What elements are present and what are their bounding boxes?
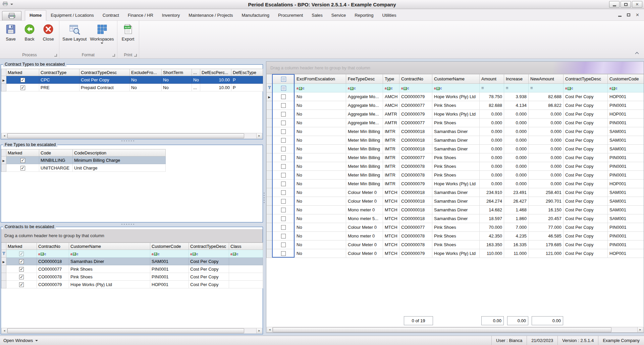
checkbox[interactable] <box>281 234 286 238</box>
excl-checkbox-cell[interactable] <box>272 249 295 258</box>
marked-cell[interactable] <box>6 164 39 172</box>
table-row[interactable]: NoMono meter 0MTCHCO0000018Samanthas Din… <box>267 206 644 214</box>
escalations-hscrollbar[interactable]: ◄ ► <box>267 327 643 333</box>
filter-abc-icon[interactable]: aBc <box>38 253 46 256</box>
marked-cell[interactable] <box>6 156 39 164</box>
tab-reporting[interactable]: Reporting <box>350 10 378 20</box>
table-row[interactable]: NoMeter Min BillingIMTRCO0000078Pink Sho… <box>267 171 644 180</box>
excl-checkbox-cell[interactable] <box>272 119 295 127</box>
column-header-contracttypedesc[interactable]: ContractTypeDesc <box>189 243 229 250</box>
checkbox[interactable] <box>20 85 25 90</box>
filter-cell[interactable] <box>272 84 295 92</box>
column-header-contractno[interactable]: ContractNo <box>37 243 69 250</box>
table-row[interactable]: NoMeter Min BillingIMTRCO0000077Pink Sho… <box>267 153 644 162</box>
excl-checkbox-cell[interactable] <box>272 92 295 101</box>
column-header-marked[interactable]: Marked <box>6 243 37 250</box>
excl-checkbox-cell[interactable] <box>272 223 295 232</box>
table-row[interactable]: NoColour Meter 0MTCHCO0000079Hope Works … <box>267 249 644 258</box>
filter-cell[interactable]: aBc <box>295 84 346 92</box>
column-header-shortterm[interactable]: ShortTerm <box>162 69 192 76</box>
table-row[interactable]: CO0000078Pink ShoesPIN0001Cost Per Copy <box>1 273 263 281</box>
scroll-thumb[interactable] <box>273 327 611 332</box>
column-header-class[interactable]: Class <box>229 243 263 250</box>
checkbox[interactable] <box>281 208 286 212</box>
column-header-exclfromescalation[interactable]: ExclFromEscalation <box>295 74 346 84</box>
filter-equals-icon[interactable]: = <box>506 85 508 90</box>
excl-checkbox-cell[interactable] <box>272 162 295 171</box>
dialog-launcher-icon[interactable] <box>54 54 57 57</box>
checkbox[interactable] <box>19 282 24 287</box>
column-header-amount[interactable]: Amount <box>480 74 504 84</box>
checkbox[interactable] <box>19 259 24 264</box>
marked-cell[interactable] <box>6 258 37 265</box>
checkbox[interactable] <box>281 121 286 125</box>
column-header-defesctype[interactable]: DefEscType <box>231 69 263 76</box>
table-row[interactable]: NoMeter Min BillingIMTRCO0000079Hope Wor… <box>267 180 644 188</box>
column-header-customercode[interactable]: CustomerCode <box>150 243 189 250</box>
table-row[interactable]: CO0000079Hope Works (Pty) LtdHOP001Cost … <box>1 281 263 288</box>
scroll-thumb[interactable] <box>7 328 244 333</box>
column-header-feetypedesc[interactable]: FeeTypeDesc <box>346 74 383 84</box>
checkbox[interactable] <box>281 190 286 195</box>
checkbox[interactable] <box>20 158 25 163</box>
column-header-customername[interactable]: CustomerName <box>432 74 480 84</box>
column-header-contracttypedesc[interactable]: ContractTypeDesc <box>79 69 130 76</box>
filter-abc-icon[interactable]: aBc <box>348 87 356 90</box>
filter-cell[interactable]: aBc <box>383 84 399 92</box>
minimize-button[interactable] <box>609 1 620 8</box>
table-row[interactable]: NoAggregate Mo...AMCHCO0000077Pink Shoes… <box>267 101 644 110</box>
panel-splitter-handle[interactable] <box>264 193 265 203</box>
filter-abc-icon[interactable]: aBc <box>401 87 409 90</box>
scroll-left-icon[interactable]: ◄ <box>2 328 7 333</box>
dialog-launcher-icon[interactable] <box>112 54 115 57</box>
checkbox[interactable] <box>281 147 286 151</box>
scroll-thumb[interactable] <box>7 133 244 138</box>
restore-button[interactable] <box>621 1 631 8</box>
table-row[interactable]: NoAggregate Me...AMTRCO0000079Hope Works… <box>267 110 644 119</box>
scroll-left-icon[interactable]: ◄ <box>2 133 7 138</box>
filter-cell[interactable]: aBc <box>564 84 608 92</box>
dialog-launcher-icon[interactable] <box>134 54 137 57</box>
tab-procurement[interactable]: Procurement <box>274 10 307 20</box>
table-row[interactable]: NoColour Meter 0MTCHCO0000078Pink Shoes1… <box>267 240 644 249</box>
workspaces-button[interactable]: Workspaces <box>88 21 115 44</box>
table-row[interactable]: NoAggregate Me...AMTRCO0000077Pink Shoes… <box>267 119 644 127</box>
checkbox[interactable] <box>281 173 286 178</box>
column-header-marked[interactable]: Marked <box>6 69 39 76</box>
excl-checkbox-cell[interactable] <box>272 188 295 197</box>
marked-cell[interactable] <box>6 273 37 281</box>
tab-service[interactable]: Service <box>327 10 350 20</box>
table-row[interactable]: NoMeter Min BillingIMTRCO0000018Samantha… <box>267 136 644 145</box>
select-column-checkbox-icon[interactable] <box>281 86 286 91</box>
excl-checkbox-cell[interactable] <box>272 240 295 249</box>
table-row[interactable]: ▶MINBILLINGMinimum Billing Charge <box>1 156 166 164</box>
checkbox[interactable] <box>19 275 24 279</box>
column-header-contracttypedesc[interactable]: ContractTypeDesc <box>564 74 608 84</box>
table-row[interactable]: ▶CPCCost Per CopyNoNoNo10.00P <box>1 76 263 84</box>
back-button[interactable]: Back <box>20 21 39 42</box>
close-window-button[interactable]: ✕ <box>632 1 642 8</box>
table-row[interactable]: NoColour Meter 0MTCHCO0000077Pink Shoes7… <box>267 223 644 232</box>
close-button[interactable]: Close <box>39 21 58 42</box>
table-row[interactable]: NoMeter Min BillingIMTRCO0000078Pink Sho… <box>267 162 644 171</box>
table-row[interactable]: NoColour Meter 0MTCHCO0000018Samanthas D… <box>267 197 644 206</box>
filter-cell[interactable]: aBc <box>229 250 263 258</box>
filter-abc-icon[interactable]: aBc <box>385 87 393 90</box>
table-row[interactable]: NoMono meter 0MTCHCO0000078Pink Shoes42.… <box>267 232 644 240</box>
checkbox[interactable] <box>281 216 286 221</box>
contracts-group-by-bar[interactable]: Drag a column header here to group by th… <box>1 229 263 243</box>
excl-checkbox-cell[interactable] <box>272 153 295 162</box>
escalations-group-by-bar[interactable]: Drag a column header here to group by th… <box>266 62 644 74</box>
excl-checkbox-cell[interactable] <box>272 110 295 119</box>
checkbox[interactable] <box>281 129 286 134</box>
filter-cell[interactable]: aBc <box>37 250 69 258</box>
checkbox[interactable] <box>281 103 286 108</box>
excl-checkbox-cell[interactable] <box>272 127 295 136</box>
checkbox[interactable] <box>281 155 286 160</box>
mdi-restore-icon[interactable] <box>627 13 630 16</box>
tab-contract[interactable]: Contract <box>98 10 123 20</box>
checkbox[interactable] <box>281 94 286 99</box>
filter-abc-icon[interactable]: aBc <box>152 253 160 256</box>
contracts-hscrollbar[interactable]: ◄ ► <box>1 328 262 334</box>
filter-abc-icon[interactable]: aBc <box>434 87 442 90</box>
